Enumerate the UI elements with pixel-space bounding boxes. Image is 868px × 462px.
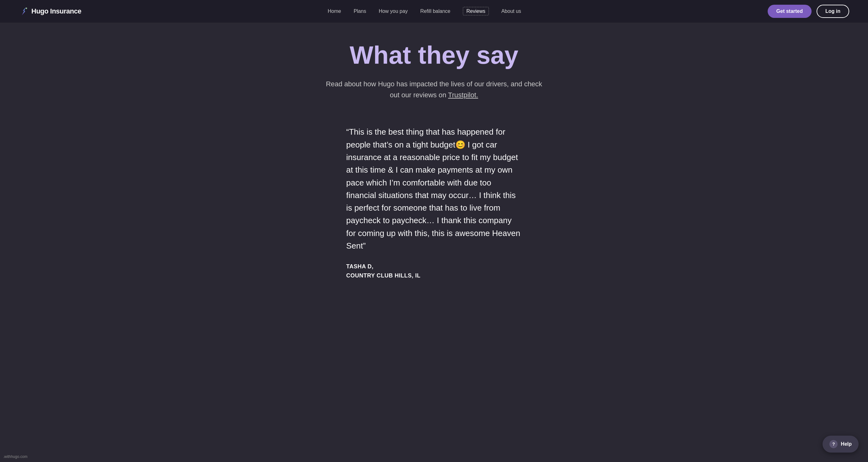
review-card: “This is the best thing that has happene…	[346, 125, 522, 280]
nav-actions: Get started Log in	[768, 5, 849, 18]
section-subtitle: Read about how Hugo has impacted the liv…	[324, 79, 544, 100]
nav-item-reviews[interactable]: Reviews	[463, 8, 489, 14]
reviewer-info: TASHA D, COUNTRY CLUB HILLS, IL	[346, 262, 522, 280]
svg-point-0	[26, 7, 27, 9]
logo-bird-icon	[19, 6, 29, 16]
footer-url: .withhugo.com	[3, 455, 27, 459]
login-button[interactable]: Log in	[816, 5, 849, 18]
logo-text: Hugo Insurance	[31, 7, 81, 16]
help-icon: ?	[830, 440, 838, 448]
nav-item-home[interactable]: Home	[328, 8, 341, 14]
help-label: Help	[841, 441, 852, 447]
review-text: “This is the best thing that has happene…	[346, 125, 522, 252]
nav-item-plans[interactable]: Plans	[354, 8, 366, 14]
section-title: What they say	[350, 41, 518, 69]
nav-item-how-you-pay[interactable]: How you pay	[379, 8, 408, 14]
nav-item-refill-balance[interactable]: Refill balance	[420, 8, 450, 14]
nav-links: Home Plans How you pay Refill balance Re…	[328, 8, 521, 14]
get-started-button[interactable]: Get started	[768, 5, 811, 18]
trustpilot-link[interactable]: Trustpilot.	[448, 91, 478, 99]
navbar: Hugo Insurance Home Plans How you pay Re…	[0, 0, 868, 23]
help-button[interactable]: ? Help	[823, 436, 859, 453]
subtitle-text: Read about how Hugo has impacted the liv…	[326, 80, 542, 99]
main-content: What they say Read about how Hugo has im…	[215, 23, 653, 312]
reviewer-name: TASHA D,	[346, 262, 522, 271]
logo[interactable]: Hugo Insurance	[19, 6, 81, 16]
reviewer-location: COUNTRY CLUB HILLS, IL	[346, 271, 522, 280]
nav-item-about-us[interactable]: About us	[501, 8, 521, 14]
